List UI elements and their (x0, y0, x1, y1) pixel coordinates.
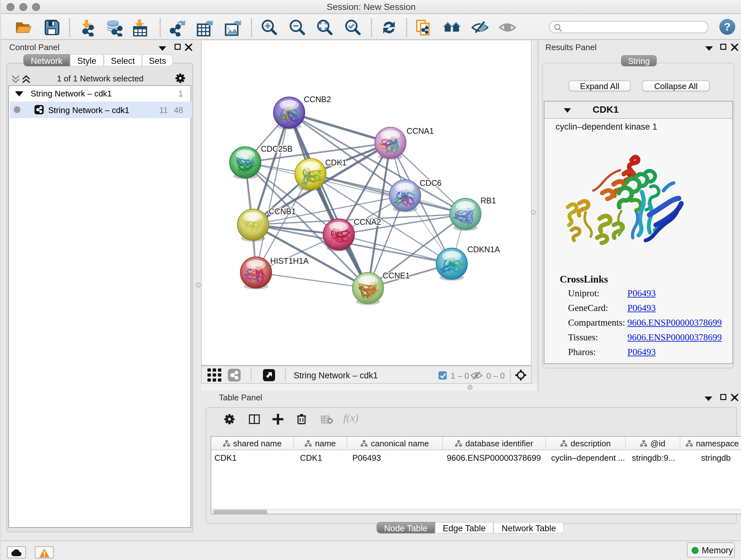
svg-text:CDC25B: CDC25B (261, 144, 292, 153)
svg-text:CCNA1: CCNA1 (407, 126, 434, 135)
svg-text:CCNB2: CCNB2 (304, 95, 331, 104)
svg-text:CDKN1A: CDKN1A (467, 245, 500, 254)
svg-text:CCNE1: CCNE1 (383, 271, 410, 280)
svg-text:CCNB1: CCNB1 (269, 207, 296, 216)
svg-text:CCNA2: CCNA2 (354, 217, 381, 226)
svg-text:CDC6: CDC6 (420, 179, 442, 187)
svg-text:HIST1H1A: HIST1H1A (270, 256, 309, 265)
svg-text:RB1: RB1 (480, 196, 496, 205)
svg-text:CDK1: CDK1 (325, 158, 347, 167)
